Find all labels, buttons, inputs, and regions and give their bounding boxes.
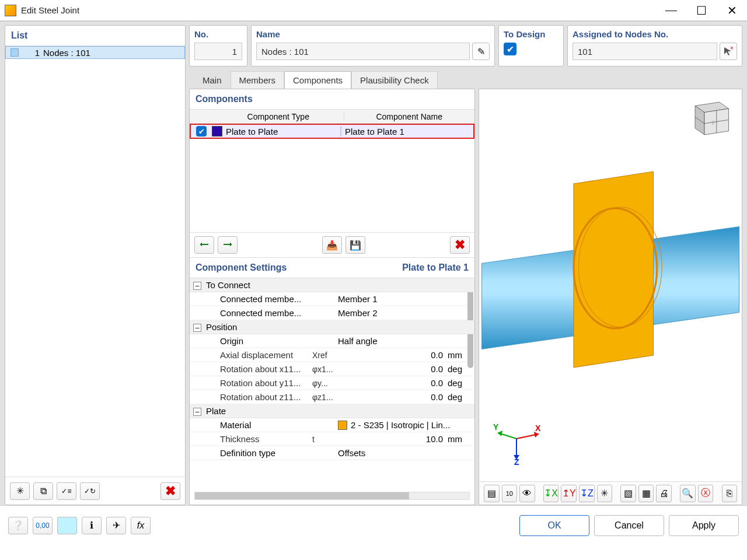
viewport-3d[interactable]: -y <box>479 89 742 505</box>
apply-button[interactable]: Apply <box>669 515 739 536</box>
viewport-toolbar: ▤ 10 👁 ↧X ↥Y ↧Z ✳ ▧ ▦ 🖨 🔍 ⓧ ⎘ <box>479 481 742 505</box>
title-bar: Edit Steel Joint — ☐ ✕ <box>0 0 747 21</box>
prop-row[interactable]: Axial displacement Xref 0.0 mm <box>190 348 474 362</box>
vp-visibility-button[interactable]: 👁 <box>519 485 535 502</box>
delete-entry-button[interactable]: ✖ <box>160 482 180 500</box>
prop-row[interactable]: Origin Half angle <box>190 334 474 348</box>
arrow-left-icon: 🠔 <box>200 240 209 250</box>
edit-name-button[interactable]: ✎ <box>472 43 490 60</box>
vp-zoom-button[interactable]: 🔍 <box>680 485 696 502</box>
app-icon <box>5 5 16 16</box>
import-button[interactable]: 📥 <box>322 236 342 254</box>
col-component-name: Component Name <box>344 112 475 121</box>
no-label: No. <box>194 29 242 39</box>
col-component-type: Component Type <box>213 112 344 121</box>
section-to-connect[interactable]: – To Connect <box>190 278 474 292</box>
list-item[interactable]: 1 Nodes : 101 <box>5 46 185 59</box>
assigned-nodes-label: Assigned to Nodes No. <box>573 29 737 39</box>
prop-row[interactable]: Connected membe... Member 2 <box>190 306 474 320</box>
reload-checklist-button[interactable]: ✓↻ <box>80 482 100 500</box>
assigned-nodes-group: Assigned to Nodes No. 101 × <box>567 25 742 66</box>
list-panel: List 1 Nodes : 101 ✳ ⧉ ✓≡ ✓↻ ✖ <box>5 25 186 505</box>
list-item-index: 1 <box>25 48 40 58</box>
collapse-icon[interactable]: – <box>193 282 201 290</box>
to-design-group: To Design ✔ <box>498 25 564 66</box>
tab-members[interactable]: Members <box>231 71 285 89</box>
window-title: Edit Steel Joint <box>21 5 79 15</box>
prop-row[interactable]: Connected membe... Member 1 <box>190 292 474 306</box>
vp-detach-button[interactable]: ⎘ <box>722 485 738 502</box>
vp-axis-y-button[interactable]: ↥Y <box>561 485 577 502</box>
svg-text:-y: -y <box>710 118 715 125</box>
formula-button[interactable]: fx <box>131 517 151 534</box>
bottom-bar: ❔ 0,00 ℹ ✈ fx OK Cancel Apply <box>0 505 747 545</box>
ok-button[interactable]: OK <box>519 515 589 536</box>
tab-main[interactable]: Main <box>194 71 231 89</box>
prop-row[interactable]: Rotation about y11... φy... 0.0 deg <box>190 376 474 390</box>
units-button[interactable]: 0,00 <box>33 517 53 534</box>
cursor-pick-icon: × <box>723 46 734 57</box>
save-button[interactable]: 💾 <box>345 236 365 254</box>
tab-plausibility[interactable]: Plausibility Check <box>351 71 438 89</box>
checklist-button[interactable]: ✓≡ <box>57 482 76 500</box>
vp-hide-button[interactable]: ⓧ <box>698 485 714 502</box>
vp-wireframe-button[interactable]: ▦ <box>638 485 654 502</box>
components-panel: Components Component Type Component Name… <box>189 89 475 505</box>
prop-row[interactable]: Rotation about z11... φz1... 0.0 deg <box>190 390 474 404</box>
no-field-group: No. 1 <box>189 25 247 66</box>
tab-bar: Main Members Components Plausibility Che… <box>189 70 742 89</box>
list-item-label: Nodes : 101 <box>43 48 90 58</box>
send-button[interactable]: ✈ <box>106 517 126 534</box>
copy-entry-button[interactable]: ⧉ <box>33 482 53 500</box>
color-button[interactable] <box>57 517 77 534</box>
maximize-button[interactable]: ☐ <box>686 0 717 21</box>
pick-nodes-button[interactable]: × <box>720 43 737 60</box>
collapse-icon[interactable]: – <box>193 324 201 332</box>
section-position[interactable]: – Position <box>190 320 474 334</box>
components-title: Components <box>190 89 474 110</box>
component-type-value: Plate to Plate <box>226 127 278 136</box>
horizontal-scrollbar[interactable] <box>194 492 470 500</box>
prop-row[interactable]: Thickness t 10.0 mm <box>190 432 474 446</box>
arrow-right-icon: 🠖 <box>223 240 232 250</box>
delete-component-button[interactable]: ✖ <box>450 236 470 254</box>
prop-row[interactable]: Material 2 - S235 | Isotropic | Lin... <box>190 418 474 432</box>
prop-row[interactable]: Definition type Offsets <box>190 446 474 460</box>
vp-measure-button[interactable]: 10 <box>502 485 518 502</box>
minimize-button[interactable]: — <box>656 0 686 21</box>
close-button[interactable]: ✕ <box>717 0 747 21</box>
component-row[interactable]: ✔ Plate to Plate Plate to Plate 1 <box>190 124 474 139</box>
to-design-label: To Design <box>504 29 558 39</box>
section-plate[interactable]: – Plate <box>190 404 474 418</box>
prop-row[interactable]: Rotation about x11... φx1... 0.0 deg <box>190 362 474 376</box>
vp-axis-z-button[interactable]: ↧Z <box>579 485 595 502</box>
vp-shading-button[interactable]: ▧ <box>620 485 636 502</box>
list-item-color-icon <box>11 48 19 57</box>
delete-icon: ✖ <box>455 237 465 253</box>
component-name-value: Plate to Plate 1 <box>341 127 473 136</box>
name-input[interactable]: Nodes : 101 <box>256 43 470 60</box>
assigned-nodes-input[interactable]: 101 <box>573 43 717 60</box>
collapse-icon[interactable]: – <box>193 408 201 416</box>
view-cube[interactable]: -y <box>685 97 734 139</box>
no-input[interactable]: 1 <box>194 43 242 60</box>
material-color-icon <box>338 421 347 430</box>
vp-layout-button[interactable]: ▤ <box>484 485 500 502</box>
import-icon: 📥 <box>326 240 338 251</box>
new-entry-button[interactable]: ✳ <box>10 482 30 500</box>
component-color-icon <box>212 126 222 136</box>
vp-print-button[interactable]: 🖨 <box>656 485 672 502</box>
save-icon: 💾 <box>350 240 361 251</box>
to-design-checkbox[interactable]: ✔ <box>504 43 516 55</box>
vp-iso-button[interactable]: ✳ <box>597 485 613 502</box>
move-up-button[interactable]: 🠔 <box>194 236 214 254</box>
tab-components[interactable]: Components <box>284 71 351 89</box>
info-button[interactable]: ℹ <box>82 517 102 534</box>
name-field-group: Name Nodes : 101 ✎ <box>251 25 495 66</box>
cancel-button[interactable]: Cancel <box>594 515 664 536</box>
delete-icon: ✖ <box>165 484 176 499</box>
component-enable-checkbox[interactable]: ✔ <box>196 126 207 136</box>
move-down-button[interactable]: 🠖 <box>218 236 238 254</box>
vp-axis-x-button[interactable]: ↧X <box>543 485 559 502</box>
help-button[interactable]: ❔ <box>8 517 28 534</box>
